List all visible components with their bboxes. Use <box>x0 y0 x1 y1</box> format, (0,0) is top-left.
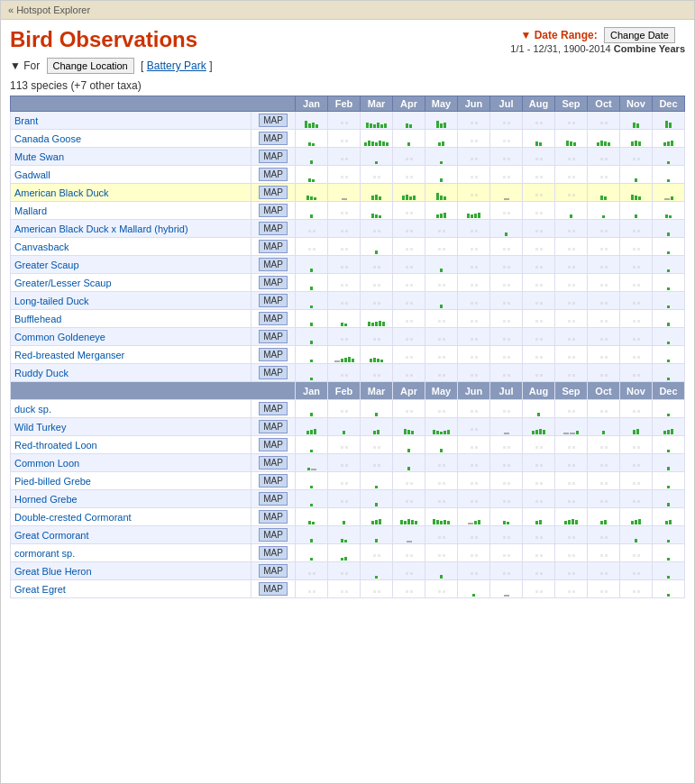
hotspot-explorer-link[interactable]: « Hotspot Explorer <box>8 5 90 15</box>
month-cell-2 <box>361 454 393 472</box>
month-cell-5 <box>458 292 490 310</box>
species-link[interactable]: Wild Turkey <box>14 422 66 433</box>
species-link[interactable]: Canvasback <box>14 242 69 252</box>
species-link[interactable]: Common Loon <box>14 458 79 469</box>
month-cell-10 <box>620 112 653 130</box>
month-cell-7 <box>523 310 555 328</box>
species-link[interactable]: American Black Duck x Mallard (hybrid) <box>14 223 188 234</box>
month-cell-4 <box>425 328 458 346</box>
section-divider-row: Jan Feb Mar Apr May Jun Jul Aug Sep Oct … <box>11 382 685 400</box>
table-row: Greater/Lesser Scaup MAP <box>11 274 685 292</box>
month-cell-8 <box>555 166 588 184</box>
map-button[interactable]: MAP <box>259 186 288 199</box>
month-cell-1 <box>328 346 361 364</box>
map-button[interactable]: MAP <box>259 276 288 289</box>
species-link[interactable]: Great Cormorant <box>14 530 89 541</box>
species-link[interactable]: Pied-billed Grebe <box>14 476 91 487</box>
species-link[interactable]: Red-breasted Merganser <box>14 350 124 360</box>
species-link[interactable]: Double-crested Cormorant <box>14 512 132 523</box>
table-row: American Black Duck x Mallard (hybrid) M… <box>11 220 685 238</box>
month-cell-2 <box>361 292 393 310</box>
species-link[interactable]: Canada Goose <box>14 133 81 144</box>
species-link[interactable]: Common Goldeneye <box>14 332 105 342</box>
species-link[interactable]: cormorant sp. <box>14 548 75 559</box>
month-cell-2 <box>361 238 393 256</box>
species-name-cell: Common Loon <box>11 454 251 472</box>
map-button[interactable]: MAP <box>259 582 288 596</box>
month-cell-2 <box>361 526 393 544</box>
month-cell-5 <box>458 310 490 328</box>
map-button[interactable]: MAP <box>259 564 288 578</box>
month-cell-5 <box>458 544 490 562</box>
month-cell-8 <box>555 112 588 130</box>
species-name-cell: Gadwall <box>11 166 251 184</box>
month-cell-1 <box>328 490 361 508</box>
map-button[interactable]: MAP <box>259 510 288 524</box>
month-cell-1 <box>328 472 361 490</box>
month-cell-1 <box>328 256 361 274</box>
map-button[interactable]: MAP <box>259 456 288 469</box>
species-link[interactable]: Greater/Lesser Scaup <box>14 278 112 288</box>
species-link[interactable]: Gadwall <box>14 169 50 180</box>
species-name-cell: Double-crested Cormorant <box>11 508 251 526</box>
map-button[interactable]: MAP <box>259 294 288 307</box>
map-button[interactable]: MAP <box>259 204 288 217</box>
month-cell-0 <box>296 544 328 562</box>
map-button[interactable]: MAP <box>259 150 288 163</box>
species-link[interactable]: Long-tailed Duck <box>14 296 89 306</box>
month-cell-8 <box>555 562 588 580</box>
table-row: duck sp. MAP <box>11 400 685 418</box>
map-button[interactable]: MAP <box>259 348 288 361</box>
species-link[interactable]: Greater Scaup <box>14 260 79 270</box>
month-cell-7 <box>523 436 555 454</box>
month-cell-10 <box>620 148 653 166</box>
month-cell-3 <box>393 544 425 562</box>
map-button[interactable]: MAP <box>259 420 288 433</box>
month-cell-7 <box>523 274 555 292</box>
month-cell-4 <box>425 112 458 130</box>
map-button[interactable]: MAP <box>259 168 288 181</box>
species-link[interactable]: American Black Duck <box>14 187 109 198</box>
map-button[interactable]: MAP <box>259 222 288 235</box>
section-oct: Oct <box>588 382 620 400</box>
month-cell-8 <box>555 580 588 598</box>
change-location-button[interactable]: Change Location <box>47 58 134 74</box>
species-link[interactable]: duck sp. <box>14 404 51 415</box>
map-button[interactable]: MAP <box>259 258 288 271</box>
map-button[interactable]: MAP <box>259 312 288 325</box>
month-cell-11 <box>653 328 685 346</box>
location-link[interactable]: Battery Park <box>147 59 206 72</box>
table-row: Double-crested Cormorant MAP <box>11 508 685 526</box>
map-button[interactable]: MAP <box>259 132 288 145</box>
species-link[interactable]: Ruddy Duck <box>14 368 69 378</box>
species-link[interactable]: Bufflehead <box>14 314 61 324</box>
map-button[interactable]: MAP <box>259 474 288 488</box>
map-button[interactable]: MAP <box>259 546 288 560</box>
map-button[interactable]: MAP <box>259 114 288 127</box>
map-button[interactable]: MAP <box>259 492 288 506</box>
map-button[interactable]: MAP <box>259 366 288 379</box>
month-cell-8 <box>555 238 588 256</box>
species-link[interactable]: Great Blue Heron <box>14 566 92 577</box>
map-button[interactable]: MAP <box>259 330 288 343</box>
table-row: Pied-billed Grebe MAP <box>11 472 685 490</box>
species-link[interactable]: Red-throated Loon <box>14 440 97 451</box>
month-cell-8 <box>555 184 588 202</box>
map-button[interactable]: MAP <box>259 438 288 451</box>
map-button[interactable]: MAP <box>259 402 288 415</box>
controls-row: Bird Observations ▼ For Change Location … <box>10 27 685 74</box>
species-link[interactable]: Mallard <box>14 205 47 216</box>
change-date-button[interactable]: Change Date <box>604 27 675 43</box>
map-cell: MAP <box>251 544 295 562</box>
species-link[interactable]: Mute Swan <box>14 151 64 162</box>
map-button[interactable]: MAP <box>259 528 288 542</box>
month-cell-10 <box>620 400 653 418</box>
species-name-cell: American Black Duck <box>11 184 251 202</box>
month-cell-3 <box>393 580 425 598</box>
month-oct-header: Oct <box>588 96 620 112</box>
map-button[interactable]: MAP <box>259 240 288 253</box>
species-link[interactable]: Great Egret <box>14 584 66 595</box>
species-link[interactable]: Horned Grebe <box>14 494 78 505</box>
month-cell-3 <box>393 130 425 148</box>
species-link[interactable]: Brant <box>14 115 38 126</box>
